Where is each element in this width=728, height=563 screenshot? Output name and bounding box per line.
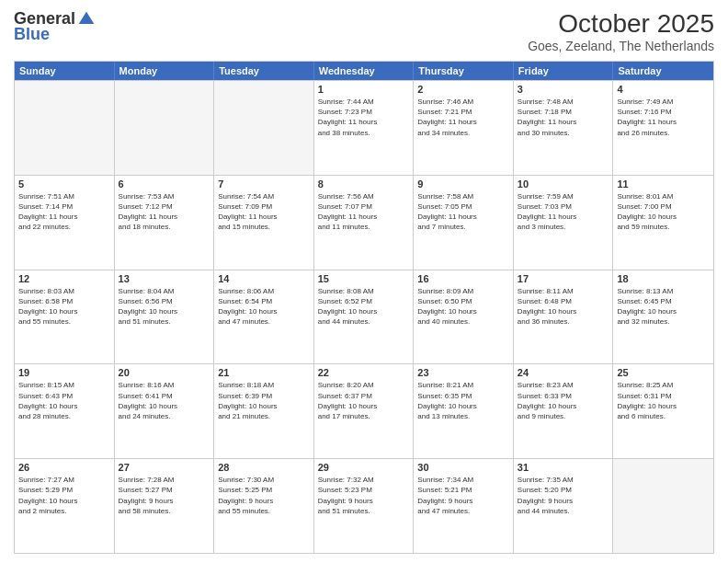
- day-number: 24: [518, 367, 609, 378]
- calendar-cell: 23Sunrise: 8:21 AM Sunset: 6:35 PM Dayli…: [414, 364, 514, 458]
- day-number: 6: [119, 178, 210, 190]
- calendar-row-0: 1Sunrise: 7:44 AM Sunset: 7:23 PM Daylig…: [15, 80, 713, 175]
- calendar-cell: 7Sunrise: 7:54 AM Sunset: 7:09 PM Daylig…: [214, 176, 314, 270]
- day-number: 11: [617, 178, 710, 190]
- weekday-header-saturday: Saturday: [613, 62, 713, 80]
- day-number: 4: [617, 84, 710, 95]
- calendar-row-1: 5Sunrise: 7:51 AM Sunset: 7:14 PM Daylig…: [15, 175, 713, 270]
- cell-info: Sunrise: 8:25 AM Sunset: 6:31 PM Dayligh…: [617, 380, 710, 421]
- calendar-cell: 27Sunrise: 7:28 AM Sunset: 5:27 PM Dayli…: [115, 459, 215, 553]
- calendar-cell: 4Sunrise: 7:49 AM Sunset: 7:16 PM Daylig…: [613, 81, 713, 175]
- cell-info: Sunrise: 7:56 AM Sunset: 7:07 PM Dayligh…: [318, 191, 410, 233]
- calendar-cell: 16Sunrise: 8:09 AM Sunset: 6:50 PM Dayli…: [414, 270, 514, 364]
- day-number: 12: [18, 273, 110, 284]
- cell-info: Sunrise: 7:27 AM Sunset: 5:29 PM Dayligh…: [18, 475, 110, 516]
- day-number: 15: [318, 273, 410, 284]
- calendar-cell: 2Sunrise: 7:46 AM Sunset: 7:21 PM Daylig…: [414, 81, 514, 175]
- day-number: 14: [218, 273, 310, 284]
- logo-icon: [77, 10, 96, 29]
- calendar-cell: 18Sunrise: 8:13 AM Sunset: 6:45 PM Dayli…: [613, 270, 713, 364]
- cell-info: Sunrise: 7:34 AM Sunset: 5:21 PM Dayligh…: [417, 475, 509, 516]
- day-number: 29: [318, 462, 410, 473]
- day-number: 17: [518, 273, 609, 284]
- header: General Blue October 2025 Goes, Zeeland,…: [14, 9, 714, 53]
- day-number: 22: [318, 367, 410, 378]
- day-number: 13: [119, 273, 210, 284]
- cell-info: Sunrise: 7:44 AM Sunset: 7:23 PM Dayligh…: [318, 97, 410, 138]
- cell-info: Sunrise: 7:49 AM Sunset: 7:16 PM Dayligh…: [617, 97, 710, 138]
- calendar-cell: 19Sunrise: 8:15 AM Sunset: 6:43 PM Dayli…: [15, 364, 115, 458]
- calendar-cell: 12Sunrise: 8:03 AM Sunset: 6:58 PM Dayli…: [15, 270, 115, 364]
- day-number: 26: [18, 462, 110, 473]
- calendar-cell: 24Sunrise: 8:23 AM Sunset: 6:33 PM Dayli…: [514, 364, 614, 458]
- cell-info: Sunrise: 7:28 AM Sunset: 5:27 PM Dayligh…: [119, 475, 210, 516]
- cell-info: Sunrise: 8:13 AM Sunset: 6:45 PM Dayligh…: [617, 286, 710, 327]
- month-title: October 2025: [528, 9, 714, 39]
- cell-info: Sunrise: 7:30 AM Sunset: 5:25 PM Dayligh…: [218, 475, 310, 516]
- calendar-cell: [214, 81, 314, 175]
- calendar-row-4: 26Sunrise: 7:27 AM Sunset: 5:29 PM Dayli…: [15, 458, 713, 553]
- logo-blue-text: Blue: [14, 25, 50, 44]
- calendar-cell: 28Sunrise: 7:30 AM Sunset: 5:25 PM Dayli…: [214, 459, 314, 553]
- calendar-cell: 5Sunrise: 7:51 AM Sunset: 7:14 PM Daylig…: [15, 176, 115, 270]
- weekday-header-friday: Friday: [514, 62, 614, 80]
- logo: General Blue: [14, 9, 96, 44]
- calendar-cell: 22Sunrise: 8:20 AM Sunset: 6:37 PM Dayli…: [314, 364, 415, 458]
- calendar-cell: 10Sunrise: 7:59 AM Sunset: 7:03 PM Dayli…: [514, 176, 614, 270]
- page: General Blue October 2025 Goes, Zeeland,…: [0, 0, 728, 563]
- day-number: 19: [18, 367, 110, 378]
- cell-info: Sunrise: 7:58 AM Sunset: 7:05 PM Dayligh…: [417, 191, 509, 233]
- day-number: 25: [617, 367, 710, 378]
- calendar: SundayMondayTuesdayWednesdayThursdayFrid…: [14, 61, 714, 554]
- day-number: 21: [218, 367, 310, 378]
- day-number: 9: [417, 178, 509, 190]
- cell-info: Sunrise: 7:35 AM Sunset: 5:20 PM Dayligh…: [518, 475, 609, 516]
- calendar-cell: 9Sunrise: 7:58 AM Sunset: 7:05 PM Daylig…: [414, 176, 514, 270]
- cell-info: Sunrise: 8:09 AM Sunset: 6:50 PM Dayligh…: [417, 286, 509, 327]
- calendar-header: SundayMondayTuesdayWednesdayThursdayFrid…: [15, 62, 713, 80]
- weekday-header-tuesday: Tuesday: [214, 62, 314, 80]
- weekday-header-thursday: Thursday: [414, 62, 514, 80]
- calendar-cell: 3Sunrise: 7:48 AM Sunset: 7:18 PM Daylig…: [514, 81, 614, 175]
- weekday-header-wednesday: Wednesday: [314, 62, 415, 80]
- calendar-cell: [115, 81, 215, 175]
- cell-info: Sunrise: 8:23 AM Sunset: 6:33 PM Dayligh…: [518, 380, 609, 421]
- calendar-cell: 25Sunrise: 8:25 AM Sunset: 6:31 PM Dayli…: [613, 364, 713, 458]
- cell-info: Sunrise: 8:11 AM Sunset: 6:48 PM Dayligh…: [518, 286, 609, 327]
- calendar-cell: 31Sunrise: 7:35 AM Sunset: 5:20 PM Dayli…: [514, 459, 614, 553]
- day-number: 28: [218, 462, 310, 473]
- day-number: 7: [218, 178, 310, 190]
- svg-marker-0: [79, 11, 95, 23]
- calendar-cell: 1Sunrise: 7:44 AM Sunset: 7:23 PM Daylig…: [314, 81, 415, 175]
- cell-info: Sunrise: 7:48 AM Sunset: 7:18 PM Dayligh…: [518, 97, 609, 138]
- cell-info: Sunrise: 8:21 AM Sunset: 6:35 PM Dayligh…: [417, 380, 509, 421]
- day-number: 30: [417, 462, 509, 473]
- cell-info: Sunrise: 8:01 AM Sunset: 7:00 PM Dayligh…: [617, 191, 710, 233]
- calendar-cell: [613, 459, 713, 553]
- cell-info: Sunrise: 7:53 AM Sunset: 7:12 PM Dayligh…: [119, 191, 210, 233]
- calendar-cell: 26Sunrise: 7:27 AM Sunset: 5:29 PM Dayli…: [15, 459, 115, 553]
- day-number: 23: [417, 367, 509, 378]
- cell-info: Sunrise: 7:46 AM Sunset: 7:21 PM Dayligh…: [417, 97, 509, 138]
- weekday-header-monday: Monday: [115, 62, 215, 80]
- day-number: 5: [18, 178, 110, 190]
- calendar-cell: 11Sunrise: 8:01 AM Sunset: 7:00 PM Dayli…: [613, 176, 713, 270]
- cell-info: Sunrise: 8:08 AM Sunset: 6:52 PM Dayligh…: [318, 286, 410, 327]
- cell-info: Sunrise: 7:32 AM Sunset: 5:23 PM Dayligh…: [318, 475, 410, 516]
- day-number: 10: [518, 178, 609, 190]
- calendar-cell: 14Sunrise: 8:06 AM Sunset: 6:54 PM Dayli…: [214, 270, 314, 364]
- day-number: 31: [518, 462, 609, 473]
- calendar-cell: 6Sunrise: 7:53 AM Sunset: 7:12 PM Daylig…: [115, 176, 215, 270]
- cell-info: Sunrise: 8:04 AM Sunset: 6:56 PM Dayligh…: [119, 286, 210, 327]
- calendar-cell: 15Sunrise: 8:08 AM Sunset: 6:52 PM Dayli…: [314, 270, 415, 364]
- calendar-cell: 17Sunrise: 8:11 AM Sunset: 6:48 PM Dayli…: [514, 270, 614, 364]
- calendar-cell: 29Sunrise: 7:32 AM Sunset: 5:23 PM Dayli…: [314, 459, 415, 553]
- day-number: 16: [417, 273, 509, 284]
- calendar-cell: 13Sunrise: 8:04 AM Sunset: 6:56 PM Dayli…: [115, 270, 215, 364]
- day-number: 2: [417, 84, 509, 95]
- day-number: 20: [119, 367, 210, 378]
- calendar-cell: 30Sunrise: 7:34 AM Sunset: 5:21 PM Dayli…: [414, 459, 514, 553]
- cell-info: Sunrise: 8:20 AM Sunset: 6:37 PM Dayligh…: [318, 380, 410, 421]
- cell-info: Sunrise: 8:06 AM Sunset: 6:54 PM Dayligh…: [218, 286, 310, 327]
- cell-info: Sunrise: 8:18 AM Sunset: 6:39 PM Dayligh…: [218, 380, 310, 421]
